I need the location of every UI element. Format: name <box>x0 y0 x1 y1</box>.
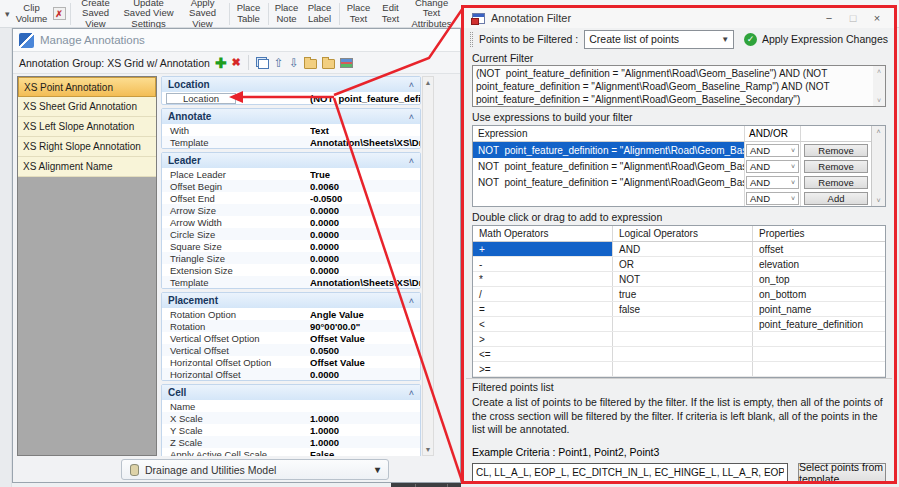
math-operator-cell[interactable]: / <box>473 287 613 301</box>
expression-cell[interactable]: NOT point_feature_definition = "Alignmen… <box>473 158 745 174</box>
expression-row[interactable]: NOT point_feature_definition = "Alignmen… <box>473 174 871 190</box>
textbox-scrollbar[interactable]: ˄˅ <box>873 66 885 106</box>
list-item[interactable]: XS Right Slope Annotation <box>18 137 156 157</box>
property-value[interactable]: 0.0000 <box>310 369 420 380</box>
property-cell[interactable]: on_top <box>753 272 885 286</box>
expression-action-button[interactable]: Add <box>804 192 868 205</box>
property-value[interactable]: 1.0000 <box>310 437 420 448</box>
points-filtered-select[interactable]: Create list of points ▼ <box>584 30 734 49</box>
property-value[interactable]: True <box>310 169 420 180</box>
list-item[interactable]: XS Sheet Grid Annotation <box>18 97 156 117</box>
property-value[interactable]: 0.0500 <box>310 345 420 356</box>
add-icon[interactable]: ✚ <box>215 56 227 70</box>
expression-row[interactable]: AND ˅ Add <box>473 190 871 206</box>
chevron-down-icon[interactable]: ▾ <box>375 464 380 475</box>
current-filter-text[interactable]: (NOT point_feature_definition = "Alignme… <box>472 65 886 107</box>
logical-operator-cell[interactable] <box>613 362 753 376</box>
property-value[interactable]: 1.0000 <box>310 425 420 436</box>
scroll-down-icon[interactable]: ˅ <box>876 197 880 204</box>
logical-operator-cell[interactable]: true <box>613 287 753 301</box>
export-folder-icon[interactable] <box>322 59 335 69</box>
ribbon-button-place-text[interactable]: Place Text <box>342 0 376 27</box>
ribbon-button-place-table[interactable]: Place Table <box>232 0 266 27</box>
scroll-up-icon[interactable]: ˄ <box>877 67 881 76</box>
ribbon-button-edit-text[interactable]: Edit Text <box>376 0 406 27</box>
math-operator-cell[interactable]: <= <box>473 347 613 361</box>
section-header[interactable]: Location ˄ <box>162 77 420 92</box>
property-value[interactable]: 0.0000 <box>310 253 420 264</box>
list-item[interactable]: XS Alignment Name <box>18 157 156 177</box>
logical-operator-cell[interactable]: AND <box>613 242 753 256</box>
collapse-icon[interactable]: ˄ <box>409 388 414 398</box>
property-value[interactable]: Annotation\Sheets\XS\Draft_XS_ <box>310 277 420 288</box>
property-value[interactable]: Text <box>310 125 420 136</box>
ribbon-button-apply-saved-view[interactable]: Apply Saved View <box>179 0 227 27</box>
property-value[interactable]: 0.0000 <box>310 217 420 228</box>
property-value[interactable]: 0.0000 <box>310 205 420 216</box>
math-operator-cell[interactable]: - <box>473 257 613 271</box>
property-value[interactable]: 0.0060 <box>310 181 420 192</box>
expression-action-button[interactable]: Remove <box>804 176 868 189</box>
drainage-utilities-expander[interactable]: Drainage and Utilities Model ▾ <box>121 459 389 480</box>
logical-operator-cell[interactable]: OR <box>613 257 753 271</box>
property-cell[interactable]: offset <box>753 242 885 256</box>
logical-operator-cell[interactable] <box>613 317 753 331</box>
dialog-titlebar[interactable]: Annotation Filter − □ × <box>464 8 894 28</box>
math-operator-cell[interactable]: * <box>473 272 613 286</box>
preview-icon[interactable] <box>340 58 353 68</box>
clip-volume-icon[interactable]: ✗ <box>53 7 66 20</box>
andor-dropdown[interactable]: AND ˅ <box>746 144 799 157</box>
ribbon-button-create-saved-view[interactable]: Create Saved View <box>73 0 119 27</box>
collapse-icon[interactable]: ˄ <box>409 80 414 90</box>
copy-icon[interactable] <box>256 57 269 69</box>
ribbon-button-clip-volume[interactable]: Clip Volume <box>13 0 51 27</box>
property-value[interactable]: (NOT point_feature_definition = " <box>310 93 420 104</box>
ribbon-button-change-text-attributes[interactable]: Change Text Attributes <box>406 0 458 27</box>
property-value[interactable]: Annotation\Sheets\XS\Draft_XS_ <box>310 137 420 148</box>
property-cell[interactable]: elevation <box>753 257 885 271</box>
property-value[interactable]: 0.0000 <box>310 241 420 252</box>
expression-action-button[interactable]: Remove <box>804 160 868 173</box>
expression-row[interactable]: NOT point_feature_definition = "Alignmen… <box>473 142 871 158</box>
expression-cell[interactable]: NOT point_feature_definition = "Alignmen… <box>473 174 745 190</box>
logical-operator-cell[interactable]: false <box>613 302 753 316</box>
collapse-icon[interactable]: ˄ <box>409 156 414 166</box>
property-value[interactable]: 90°00'00.0" <box>310 321 420 332</box>
property-value[interactable]: 0.0000 <box>310 229 420 240</box>
apply-expression-changes-button[interactable]: ✓ Apply Expression Changes <box>744 33 888 46</box>
property-grid-scrollbar[interactable]: ▲ ▼ <box>422 76 434 456</box>
ribbon-button-update-saved-view-settings[interactable]: Update Saved View Settings <box>119 0 179 27</box>
property-value[interactable]: 0.0000 <box>310 265 420 276</box>
property-cell[interactable] <box>753 362 885 376</box>
andor-dropdown[interactable]: AND ˅ <box>746 176 799 189</box>
scroll-down-icon[interactable]: ˅ <box>877 96 881 105</box>
section-header[interactable]: Placement ˄ <box>162 293 420 308</box>
expression-action-button[interactable]: Remove <box>804 144 868 157</box>
math-operator-cell[interactable]: = <box>473 302 613 316</box>
logical-operator-cell[interactable]: NOT <box>613 272 753 286</box>
property-value[interactable]: Offset Value <box>310 357 420 368</box>
list-item[interactable]: XS Point Annotation <box>18 77 156 97</box>
property-cell[interactable] <box>753 347 885 361</box>
property-cell[interactable]: on_bottom <box>753 287 885 301</box>
ribbon-button-place-note[interactable]: Place Note <box>271 0 303 27</box>
collapse-icon[interactable]: ˄ <box>409 296 414 306</box>
collapse-icon[interactable]: ˄ <box>409 112 414 122</box>
points-list-input[interactable] <box>472 463 788 482</box>
property-cell[interactable] <box>753 332 885 346</box>
property-value[interactable]: 1.0000 <box>310 413 420 424</box>
minimize-icon[interactable]: − <box>820 12 838 24</box>
property-value[interactable]: False <box>310 449 420 457</box>
maximize-icon[interactable]: □ <box>844 12 862 24</box>
math-operator-cell[interactable]: > <box>473 332 613 346</box>
close-icon[interactable]: × <box>868 12 886 24</box>
logical-operator-cell[interactable] <box>613 347 753 361</box>
scroll-up-icon[interactable]: ˄ <box>876 128 880 135</box>
expressions-scrollbar[interactable]: ˄ ˅ <box>871 126 885 206</box>
expression-cell[interactable] <box>473 190 745 206</box>
property-cell[interactable]: point_feature_definition <box>753 317 885 331</box>
move-down-icon[interactable]: ⇩ <box>289 57 299 69</box>
section-header[interactable]: Leader ˄ <box>162 153 420 168</box>
property-value[interactable]: -0.0500 <box>310 193 420 204</box>
expression-row[interactable]: NOT point_feature_definition = "Alignmen… <box>473 158 871 174</box>
